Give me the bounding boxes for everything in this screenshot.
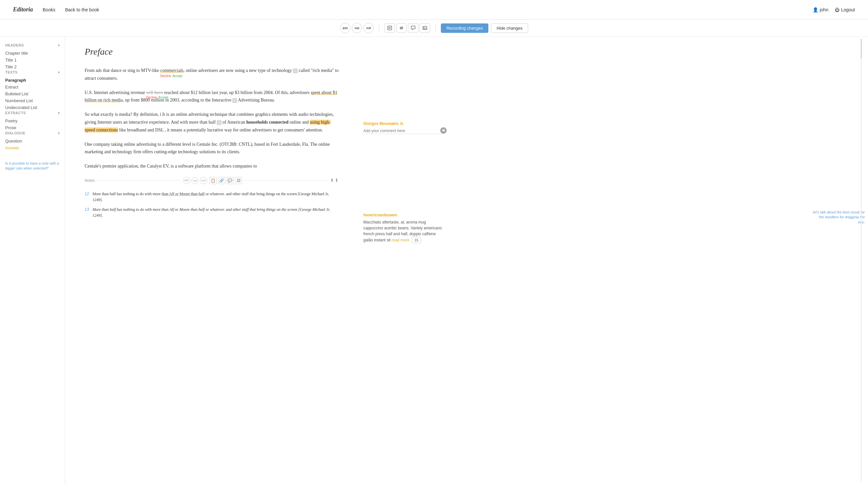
sidebar-item-prose[interactable]: Prose	[5, 124, 60, 131]
comment-1-input[interactable]	[363, 128, 444, 134]
dialogue-section-title: DIALOGUE ▾	[5, 131, 60, 135]
comment-1-send-icon[interactable]: 💬	[440, 127, 447, 134]
headers-chevron[interactable]: ▾	[58, 43, 60, 47]
user-icon: 👤	[813, 7, 818, 12]
side-dragging-note: let's talk about the best visual for the…	[813, 210, 865, 225]
sidebar-item-numbered-list[interactable]: Numbered List	[5, 97, 60, 104]
p1-accept[interactable]: Accept	[172, 73, 182, 79]
nav-right: 👤 john ⏻ Logout	[813, 7, 855, 12]
power-icon: ⏻	[835, 7, 839, 12]
extracts-section: EXTRACTS ▾ Poetry Prose	[5, 111, 60, 131]
scroll-track	[861, 39, 862, 482]
back-to-book-link[interactable]: Back to the book	[65, 7, 99, 12]
comment-2-read-more[interactable]: read more	[392, 238, 410, 242]
sidebar-item-answer[interactable]: Answer	[5, 144, 60, 151]
image-button[interactable]	[420, 24, 430, 33]
sidebar-item-title1[interactable]: Title 1	[5, 57, 60, 63]
footnote-12-num: 12	[85, 191, 90, 203]
scroll-thumb[interactable]	[861, 39, 862, 59]
p4-text: One company taking online advertising to…	[85, 142, 330, 155]
notes-comment-icon[interactable]: 💬	[227, 177, 234, 184]
p3-text1: So what exactly is media? By definition,…	[85, 112, 334, 132]
link-icon	[399, 25, 404, 31]
insert-buttons	[384, 24, 430, 33]
p2-decline[interactable]: Decline	[146, 95, 157, 100]
p2-inline-icon	[232, 98, 237, 103]
footnote-13: 13 More than half has nothing to do with…	[85, 206, 339, 218]
hide-changes-button[interactable]: Hide changes	[491, 24, 528, 33]
paragraph-1: From ads that dance or sing to MTV-like …	[85, 67, 339, 82]
logout-button[interactable]: ⏻ Logout	[835, 7, 855, 12]
p2-accept[interactable]: Accept	[158, 95, 168, 100]
sidebar-item-chapter-title[interactable]: Chapter title	[5, 50, 60, 57]
paragraph-2: U.S. Internet advertising revenue will h…	[85, 89, 339, 104]
logout-label: Logout	[841, 7, 855, 12]
comment-2-text: Macchiato aftertaste, at, aroma mug capp…	[363, 219, 444, 243]
p1-change-word: commercialsDecline Accept	[160, 68, 184, 73]
notes-label: Notes	[85, 177, 95, 184]
p1-decline[interactable]: Decline	[160, 73, 171, 79]
sidebar-item-question[interactable]: Question	[5, 138, 60, 144]
sidebar-item-bulleted-list[interactable]: Bulleted List	[5, 91, 60, 97]
dialogue-chevron[interactable]: ▾	[58, 131, 60, 135]
headers-section-title: HEADERS ▾	[5, 43, 60, 47]
headers-section: HEADERS ▾ Chapter title Title 1 Title 2	[5, 43, 60, 70]
notes-sub-icon[interactable]: sub	[200, 177, 207, 184]
extracts-chevron[interactable]: ▾	[58, 111, 60, 115]
sort-up-icon[interactable]: ⬆	[330, 177, 334, 185]
notes-link-icon[interactable]: 🔗	[218, 177, 225, 184]
comment-2-count[interactable]: 15	[412, 237, 421, 243]
sup-button[interactable]: sup	[352, 23, 362, 33]
notes-sup-icon[interactable]: sup	[191, 177, 198, 184]
paragraph-5: Centale's premier application, the Catal…	[85, 162, 339, 170]
paragraph-4: One company taking online advertising to…	[85, 140, 339, 156]
notes-toolbar-icons: em sup sub	[183, 177, 207, 184]
footnote-12: 12 More than half has nothing to do with…	[85, 191, 339, 203]
notes-dashes-right	[245, 180, 328, 181]
comment-icon	[410, 25, 416, 31]
sidebar-item-poetry[interactable]: Poetry	[5, 118, 60, 124]
toolbar-separator-2	[435, 24, 436, 32]
content-area: Preface From ads that dance or sing to M…	[65, 37, 358, 486]
em-button[interactable]: em	[340, 23, 350, 33]
footnote-12-text: More than half has nothing to do with mo…	[92, 191, 339, 203]
notes-image-icon[interactable]: 🖼	[235, 177, 242, 184]
svg-rect-4	[411, 26, 415, 29]
sidebar-item-title2[interactable]: Title 2	[5, 63, 60, 70]
toolbar: em sup sub	[0, 20, 868, 37]
notes-dashes-left	[97, 180, 180, 181]
p5-text: Centale's premier application, the Catal…	[85, 164, 257, 168]
brand-logo: Editoria	[13, 6, 33, 13]
p2-strikethrough: will haveDecline Accept	[146, 90, 163, 95]
top-nav: Editoria Books Back to the book 👤 john ⏻…	[0, 0, 868, 20]
sidebar-item-undecorated-list[interactable]: Undecorated List	[5, 104, 60, 111]
link-button[interactable]	[396, 24, 407, 33]
sidebar-item-extract[interactable]: Extract	[5, 84, 60, 91]
comment-button[interactable]	[408, 24, 418, 33]
footnote-13-text: More than half has nothing to do with mo…	[92, 206, 339, 218]
sub-button[interactable]: sub	[363, 23, 374, 33]
sort-down-icon[interactable]: ⬇	[335, 177, 339, 185]
sidebar-note[interactable]: Is it possible to have a note with a big…	[5, 161, 60, 171]
sidebar-item-paragraph[interactable]: Paragraph	[5, 77, 60, 84]
books-link[interactable]: Books	[43, 7, 55, 12]
notes-em-icon[interactable]: em	[183, 177, 190, 184]
notes-note-icon[interactable]: 📋	[210, 177, 217, 184]
notes-sort-icons: ⬆ ⬇	[330, 177, 339, 185]
texts-section-title: TEXTS ▾	[5, 70, 60, 74]
fn12-underline: than Alf or Moore than half	[161, 192, 205, 196]
main-layout: HEADERS ▾ Chapter title Title 1 Title 2 …	[0, 37, 868, 486]
right-sidebar: Giorgos Moustakis Jr. 💬 henericvanleuwen…	[358, 37, 449, 486]
p3-inline-icon	[217, 120, 221, 125]
format-buttons: em sup sub	[340, 23, 374, 33]
username: john	[820, 7, 828, 12]
comment-1-author: Giorgos Moustakis Jr.	[363, 121, 444, 126]
note-button[interactable]	[384, 24, 395, 33]
body-text: From ads that dance or sing to MTV-like …	[85, 67, 339, 218]
recording-changes-button[interactable]: Recording changes	[441, 24, 488, 33]
dialogue-section: DIALOGUE ▾ Question Answer	[5, 131, 60, 151]
notes-bar: Notes em sup sub 📋 🔗 💬 🖼 ⬆ ⬇	[85, 177, 339, 185]
texts-section: TEXTS ▾ Paragraph Extract Bulleted List …	[5, 70, 60, 111]
texts-chevron[interactable]: ▾	[58, 71, 60, 74]
footnote-13-num: 13	[85, 206, 90, 218]
